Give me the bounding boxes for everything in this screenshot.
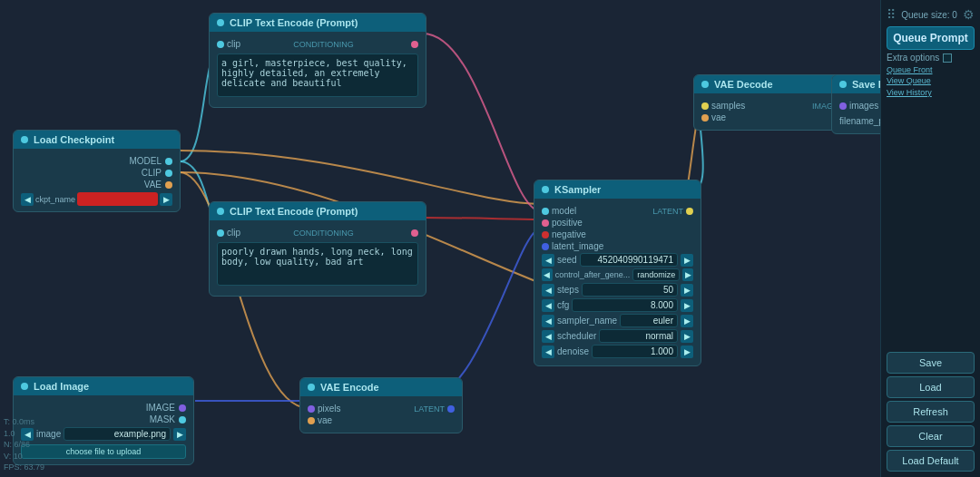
images-in-dot: [839, 102, 847, 110]
clip-text-pos-node: CLIP Text Encode (Prompt) clip CONDITION…: [209, 13, 426, 108]
model-port-dot: [165, 158, 172, 165]
clip-port-dot: [165, 170, 172, 177]
clip-in-dot-neg: [217, 229, 224, 237]
pos-in-dot: [542, 219, 549, 227]
clip-text-neg-input[interactable]: poorly drawn hands, long neck, long body…: [217, 242, 418, 286]
model-port-label: MODEL: [129, 156, 162, 166]
cond-out-dot-pos: [411, 41, 418, 48]
clip-text-neg-node: CLIP Text Encode (Prompt) clip CONDITION…: [209, 201, 426, 297]
queue-size-row: ⠿ Queue size: 0 ⚙: [887, 5, 975, 24]
ckpt-prev-btn[interactable]: ◀: [21, 193, 34, 206]
right-panel: ⠿ Queue size: 0 ⚙ Queue Prompt Extra opt…: [880, 0, 980, 477]
ctrl-next-btn[interactable]: ▶: [682, 268, 693, 281]
extra-options-checkbox[interactable]: [943, 54, 952, 63]
cond-out-label-pos: CONDITIONING: [293, 40, 356, 49]
node-title: Load Checkpoint: [34, 134, 114, 145]
steps-prev-btn[interactable]: ◀: [542, 284, 554, 297]
latent-out-dot2: [447, 405, 455, 413]
seed-next-btn[interactable]: ▶: [681, 254, 693, 267]
stat-fps: FPS: 63.79: [4, 462, 44, 473]
clip-in-label-neg: clip: [227, 228, 240, 238]
stat-v: 1.0: [4, 428, 44, 440]
sched-val: normal: [599, 329, 678, 343]
load-default-btn[interactable]: Load Default: [887, 450, 975, 472]
load-image-header: Load Image: [14, 377, 193, 395]
stat-t: T: 0.0ms: [4, 416, 44, 428]
denoise-prev-btn[interactable]: ◀: [542, 346, 554, 358]
vae-encode-node: VAE Encode pixels LATENT vae: [299, 377, 463, 433]
sampler-val: euler: [620, 314, 678, 327]
node-dot: [701, 81, 709, 88]
image-next-btn[interactable]: ▶: [173, 428, 186, 441]
ckpt-next-btn[interactable]: ▶: [160, 193, 172, 206]
vae-port-dot: [165, 181, 172, 189]
choose-file-btn[interactable]: choose file to upload: [21, 444, 186, 459]
queue-front-link[interactable]: Queue Front: [887, 65, 933, 74]
seed-val: 452040990119471: [580, 253, 678, 267]
clip-in-dot-pos: [217, 41, 224, 48]
ckpt-value[interactable]: [77, 192, 158, 206]
ctrl-val: randomize: [632, 268, 680, 281]
view-queue-link[interactable]: View Queue: [887, 76, 931, 85]
image-out-dot2: [179, 404, 186, 412]
node-title: CLIP Text Encode (Prompt): [230, 206, 358, 217]
save-btn[interactable]: Save: [887, 352, 975, 374]
extra-options-label: Extra options: [887, 53, 939, 63]
ckpt-label: ckpt_name: [35, 195, 75, 204]
stat-v2: V: 10: [4, 451, 44, 462]
pixels-in-dot: [308, 405, 315, 413]
refresh-btn[interactable]: Refresh: [887, 401, 975, 423]
view-history-link[interactable]: View History: [887, 88, 932, 97]
node-dot: [217, 19, 224, 26]
vae-in-dot2: [308, 417, 315, 424]
clip-text-pos-header: CLIP Text Encode (Prompt): [210, 14, 426, 32]
node-dot: [542, 186, 549, 193]
cfg-val: 8.000: [572, 298, 678, 312]
extra-links2: View History: [887, 88, 975, 97]
sched-next-btn[interactable]: ▶: [681, 330, 693, 343]
node-dot: [21, 383, 28, 390]
vae-in-dot: [701, 114, 709, 122]
node-dot: [839, 81, 847, 88]
ctrl-prev-btn[interactable]: ◀: [542, 268, 553, 281]
clip-text-pos-input[interactable]: a girl, masterpiece, best quality, highl…: [217, 54, 418, 97]
cfg-next-btn[interactable]: ▶: [681, 299, 693, 312]
mask-out-dot: [179, 416, 186, 423]
image-val: example.png: [64, 427, 171, 441]
node-title: KSampler: [554, 184, 601, 195]
sampler-next-btn[interactable]: ▶: [681, 315, 693, 327]
extra-links: Queue Front View Queue: [887, 65, 975, 85]
image-out-label: IMAGE: [146, 403, 175, 413]
cfg-prev-btn[interactable]: ◀: [542, 299, 554, 312]
clear-btn[interactable]: Clear: [887, 425, 975, 447]
denoise-next-btn[interactable]: ▶: [681, 346, 693, 358]
queue-prompt-btn[interactable]: Queue Prompt: [887, 26, 975, 50]
latent-in-dot: [542, 243, 549, 250]
vae-encode-header: VAE Encode: [300, 378, 462, 396]
seed-prev-btn[interactable]: ◀: [542, 254, 554, 267]
load-checkpoint-node: Load Checkpoint MODEL CLIP VAE ◀ ckpt_na…: [13, 130, 181, 212]
steps-val: 50: [582, 283, 678, 297]
steps-next-btn[interactable]: ▶: [681, 284, 693, 297]
model-in-dot: [542, 208, 549, 215]
load-checkpoint-header: Load Checkpoint: [14, 131, 180, 149]
cond-out-label-neg: CONDITIONING: [293, 229, 356, 238]
clip-in-label-pos: clip: [227, 39, 240, 49]
grid-icon: ⠿: [887, 7, 896, 22]
ksampler-node: KSampler model LATENT positive negative: [534, 180, 701, 366]
extra-options-row: Extra options: [887, 53, 975, 63]
node-title: Load Image: [34, 381, 89, 392]
latent-out-dot: [686, 208, 693, 215]
node-dot: [21, 136, 28, 143]
clip-port-label: CLIP: [142, 168, 162, 178]
sampler-prev-btn[interactable]: ◀: [542, 315, 554, 327]
load-btn[interactable]: Load: [887, 376, 975, 398]
denoise-val: 1.000: [592, 345, 678, 358]
queue-size-label: Queue size: 0: [901, 10, 957, 20]
vae-port-label: VAE: [144, 180, 162, 190]
stat-n: N: 6/86: [4, 439, 44, 451]
settings-icon[interactable]: ⚙: [963, 7, 975, 22]
node-title: CLIP Text Encode (Prompt): [230, 17, 358, 28]
node-title: VAE Encode: [320, 382, 379, 393]
sched-prev-btn[interactable]: ◀: [542, 330, 554, 343]
